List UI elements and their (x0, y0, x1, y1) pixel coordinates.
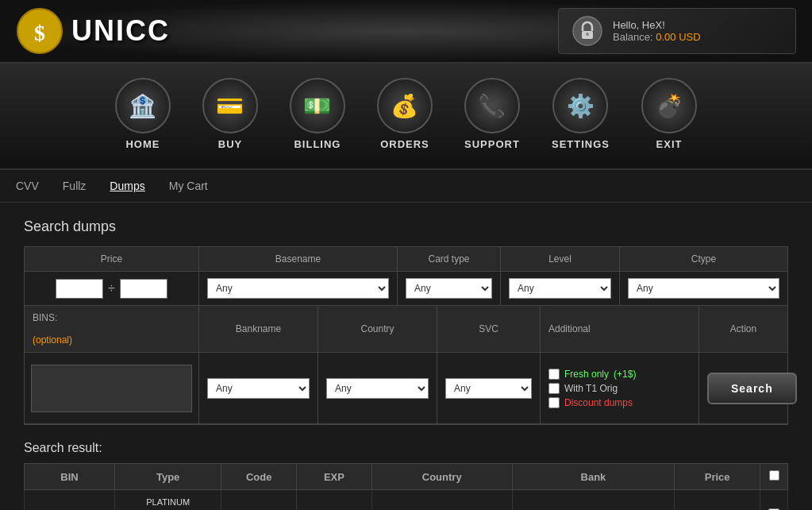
country-header: Country (318, 306, 437, 352)
col-bank: Bank (512, 464, 675, 490)
nav-item-home[interactable]: 🏦 HOME (99, 71, 187, 156)
col-exp: EXP (297, 464, 372, 490)
col-code: Code (221, 464, 297, 490)
results-header-row: BIN Type Code EXP Country Bank Price (25, 464, 788, 490)
orders-icon: 💰 (377, 78, 433, 133)
cell-country: TURKEYKEY (371, 490, 512, 511)
bins-textarea[interactable] (31, 365, 192, 412)
price-inputs-cell: ÷ (25, 272, 199, 305)
billing-icon: 💵 (290, 78, 345, 133)
bins-textarea-cell (25, 353, 199, 423)
search-input-row1: ÷ Any Any Any Any (25, 272, 787, 306)
discount-dumps-option[interactable]: Discount dumps (548, 397, 636, 408)
additional-options-cell: Fresh only (+1$) With T1 Orig Discount d… (541, 353, 699, 423)
subnav-fullz[interactable]: Fullz (63, 180, 87, 192)
search-header-row2: BINS: (optional) Bankname Country SVC Ad… (25, 306, 787, 353)
cardtype-select-cell: Any (398, 272, 501, 305)
nav-item-support[interactable]: 📞 SUPPORT (448, 71, 536, 156)
main-content: Search dumps Price Basename Card type Le… (0, 203, 812, 510)
search-header-row: Price Basename Card type Level Ctype (25, 247, 787, 272)
col-select (760, 464, 788, 490)
with-t1-option[interactable]: With T1 Orig (548, 383, 636, 394)
svc-header: SVC (437, 306, 541, 352)
col-country: Country (371, 464, 512, 490)
fresh-only-option[interactable]: Fresh only (+1$) (548, 369, 636, 380)
hello-text: Hello, HeX! (613, 19, 701, 31)
nav-label-billing: BILLING (294, 138, 341, 150)
select-all-checkbox[interactable] (769, 470, 779, 481)
additional-header: Additional (541, 306, 699, 352)
basename-select[interactable]: Any (207, 278, 389, 299)
level-select-cell: Any (501, 272, 620, 305)
header: $ UNICC Hello, HeX! Balance: 0.00 USD (0, 0, 812, 64)
results-title: Search result: (24, 441, 788, 455)
cardtype-header: Card type (398, 247, 501, 271)
nav-item-buy[interactable]: 💳 BUY (187, 71, 274, 156)
search-form: Price Basename Card type Level Ctype ÷ A… (24, 246, 788, 425)
cell-select (760, 490, 788, 511)
cell-price: 65.00$ (675, 490, 760, 511)
action-cell: Search (699, 353, 805, 423)
subnav-dumps[interactable]: Dumps (110, 180, 144, 192)
cell-exp: 02/14 (297, 490, 372, 511)
subnav-cvv[interactable]: CVV (16, 180, 39, 192)
country-select-cell: Any (318, 353, 437, 423)
country-select[interactable]: Any (326, 378, 429, 399)
basename-select-cell: Any (199, 272, 398, 305)
nav-label-buy: BUY (218, 138, 242, 150)
search-button[interactable]: Search (707, 373, 797, 404)
user-info: Hello, HeX! Balance: 0.00 USD (613, 19, 701, 43)
level-header: Level (501, 247, 620, 271)
bankname-select-cell: Any (199, 353, 318, 423)
nav-item-orders[interactable]: 💰 ORDERS (361, 71, 448, 156)
bins-header: BINS: (optional) (25, 306, 199, 352)
price-min-input[interactable] (56, 279, 103, 299)
bankname-select[interactable]: Any (207, 378, 310, 399)
table-row: 408625 PLATINUMCREDITVISA 201 02/14 TURK… (25, 490, 788, 511)
support-icon: 📞 (464, 78, 520, 133)
subnav-mycart[interactable]: My Cart (169, 180, 208, 192)
price-max-input[interactable] (120, 279, 167, 299)
cell-bin: 408625 (25, 490, 115, 511)
svc-select[interactable]: Any (445, 378, 532, 399)
nav-label-support: SUPPORT (464, 138, 520, 150)
nav-item-settings[interactable]: ⚙️ SETTINGS (536, 71, 625, 156)
ctype-select[interactable]: Any (628, 278, 779, 299)
basename-header: Basename (199, 247, 398, 271)
col-price: Price (675, 464, 760, 490)
col-bin: BIN (25, 464, 115, 490)
logo-area: $ UNICC (16, 7, 170, 55)
nav-item-exit[interactable]: 💣 EXIT (625, 71, 713, 156)
price-header: Price (25, 247, 199, 271)
sub-nav: CVV Fullz Dumps My Cart (0, 170, 812, 203)
nav-label-home: HOME (125, 138, 160, 150)
exit-icon: 💣 (641, 78, 697, 133)
nav-label-exit: EXIT (656, 138, 683, 150)
home-icon: 🏦 (115, 78, 171, 133)
settings-icon: ⚙️ (552, 78, 608, 133)
nav-label-settings: SETTINGS (552, 138, 610, 150)
nav-bar: 🏦 HOME 💳 BUY 💵 BILLING 💰 ORDERS 📞 SUPPOR… (0, 64, 812, 170)
nav-item-billing[interactable]: 💵 BILLING (274, 71, 361, 156)
cell-code: 201 (221, 490, 297, 511)
fresh-only-checkbox[interactable] (548, 369, 560, 380)
with-t1-checkbox[interactable] (548, 383, 560, 394)
action-header: Action (699, 306, 787, 352)
logo-icon: $ (16, 7, 63, 55)
svg-text:$: $ (34, 21, 45, 45)
search-input-row2: Any Any Any Fresh only (+1$) (25, 353, 787, 424)
results-body: 408625 PLATINUMCREDITVISA 201 02/14 TURK… (25, 490, 788, 511)
ctype-header: Ctype (620, 247, 787, 271)
lock-icon (571, 15, 603, 47)
level-select[interactable]: Any (509, 278, 611, 299)
bankname-header: Bankname (199, 306, 318, 352)
search-title: Search dumps (24, 218, 788, 235)
cell-bank: DENIZBANK AS (512, 490, 675, 511)
discount-dumps-checkbox[interactable] (548, 397, 560, 408)
cell-type: PLATINUMCREDITVISA (115, 490, 221, 511)
cardtype-select[interactable]: Any (406, 278, 492, 299)
balance-value: 0.00 USD (656, 31, 700, 43)
nav-label-orders: ORDERS (380, 138, 429, 150)
user-panel: Hello, HeX! Balance: 0.00 USD (558, 8, 796, 54)
buy-icon: 💳 (202, 78, 258, 133)
